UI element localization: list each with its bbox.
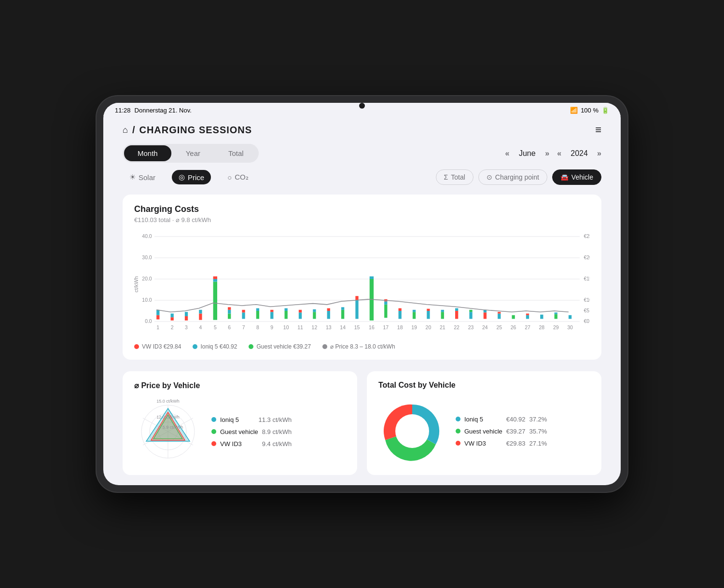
next-month-button[interactable]: » [545,149,549,158]
charging-point-label: Charging point [495,173,539,181]
dot-vwid3 [211,441,216,446]
svg-rect-34 [256,308,259,311]
home-icon[interactable]: ⌂ [123,125,128,135]
svg-rect-68 [498,314,501,319]
solar-icon: ☀ [129,173,136,182]
period-tabs: Month Year Total [123,144,259,163]
svg-text:1: 1 [156,324,159,330]
vehicle-icon: 🚘 [560,173,569,181]
total-guest-pct: 35.7% [529,428,547,435]
charging-point-toggle[interactable]: ⊙ Charging point [478,169,547,185]
breadcrumb-separator: / [132,125,136,136]
svg-text:25: 25 [496,324,502,330]
data-types: ☀ Solar ◎ Price ○ CO₂ [123,170,255,184]
svg-text:30: 30 [567,324,573,330]
svg-rect-64 [469,312,472,319]
svg-text:€0: €0 [584,318,589,324]
ioniq5-name: Ioniq 5 [220,416,255,423]
status-time: 11:28 [115,107,131,114]
svg-text:30.0: 30.0 [142,254,152,260]
vehicle-toggle[interactable]: 🚘 Vehicle [552,169,601,185]
total-toggle-label: Total [451,173,465,181]
svg-rect-54 [399,311,402,319]
svg-rect-43 [327,311,330,319]
svg-text:€20: €20 [584,254,590,260]
chart-subtitle: €110.03 total · ⌀ 9.8 ct/kWh [134,216,590,224]
prev-year-button[interactable]: « [557,149,561,158]
svg-rect-44 [327,308,330,311]
svg-text:16: 16 [369,324,375,330]
svg-text:22: 22 [454,324,459,330]
svg-rect-19 [171,317,174,321]
svg-text:12.0 ct/kWh: 12.0 ct/kWh [156,415,180,420]
co2-icon: ○ [227,173,232,182]
svg-point-119 [395,414,429,448]
svg-text:26: 26 [511,324,516,330]
total-toggle[interactable]: Σ Total [436,169,473,185]
svg-text:5: 5 [214,324,217,330]
legend-row-vwid3: VW ID3 9.4 ct/kWh [211,440,292,448]
svg-rect-41 [313,312,316,319]
svg-text:28: 28 [539,324,545,330]
svg-text:20: 20 [426,324,432,330]
app-content: ⌂ / CHARGING SESSIONS ≡ Month Year Total… [103,116,621,485]
co2-label: CO₂ [235,173,249,182]
svg-rect-55 [399,308,402,311]
svg-rect-22 [185,312,188,316]
solar-button[interactable]: ☀ Solar [123,170,162,184]
donut-chart [378,397,446,465]
svg-text:€5: €5 [584,308,589,313]
svg-rect-70 [512,315,515,319]
svg-text:20.0: 20.0 [142,276,152,281]
legend-dot-vwid3 [134,344,139,349]
svg-text:ct/kWh: ct/kWh [134,276,139,293]
svg-rect-28 [228,314,231,319]
svg-rect-21 [185,316,188,321]
legend-label-guest: Guest vehicle €39.27 [256,343,311,350]
price-label: Price [188,173,204,182]
svg-rect-18 [156,310,159,315]
svg-rect-69 [498,312,501,313]
svg-rect-48 [355,296,358,300]
svg-rect-56 [413,312,416,319]
next-year-button[interactable]: » [597,149,601,158]
svg-rect-31 [242,312,245,319]
chart-legend: VW ID3 €29.84 Ioniq 5 €40.92 Guest vehic… [134,343,590,350]
svg-rect-24 [199,310,202,314]
tab-month[interactable]: Month [124,145,171,161]
ioniq5-price-value: 11.3 ct/kWh [259,416,292,423]
solar-label: Solar [139,173,155,182]
co2-button[interactable]: ○ CO₂ [221,170,255,184]
chart-title: Charging Costs [134,204,590,214]
svg-rect-52 [384,301,387,305]
svg-text:15.0 ct/kWh: 15.0 ct/kWh [156,399,180,404]
svg-text:40.0: 40.0 [142,233,152,239]
total-dot-guest [456,429,460,434]
tab-total[interactable]: Total [215,145,257,161]
svg-rect-32 [242,310,245,313]
legend-ioniq5: Ioniq 5 €40.92 [193,343,237,350]
page-title: CHARGING SESSIONS [139,125,252,136]
price-button[interactable]: ◎ Price [172,170,211,184]
price-by-vehicle-content: 15.0 ct/kWh 12.0 ct/kWh 5.9 ct/kWh Ioniq… [134,398,346,465]
dot-ioniq5 [211,417,216,422]
svg-text:19: 19 [411,324,417,330]
svg-text:12: 12 [312,324,318,330]
svg-rect-58 [427,311,430,319]
svg-text:10: 10 [283,324,289,330]
menu-button[interactable]: ≡ [595,124,601,136]
tab-year[interactable]: Year [172,145,214,161]
svg-rect-23 [199,314,202,320]
prev-month-button[interactable]: « [505,149,509,158]
bottom-charts: ⌀ Price by Vehicle [123,371,601,475]
total-cost-content: Ioniq 5 €40.92 37.2% Guest vehicle €39.2… [378,397,590,465]
svg-text:2: 2 [171,324,174,330]
svg-rect-38 [285,308,288,311]
nav-controls: « June » « 2024 » [505,149,601,158]
total-legend-guest: Guest vehicle €39.27 35.7% [456,428,547,435]
sigma-icon: Σ [444,173,448,181]
svg-text:27: 27 [525,324,530,330]
legend-guest: Guest vehicle €39.27 [249,343,311,350]
svg-text:€10: €10 [584,297,590,303]
svg-rect-39 [299,312,302,319]
